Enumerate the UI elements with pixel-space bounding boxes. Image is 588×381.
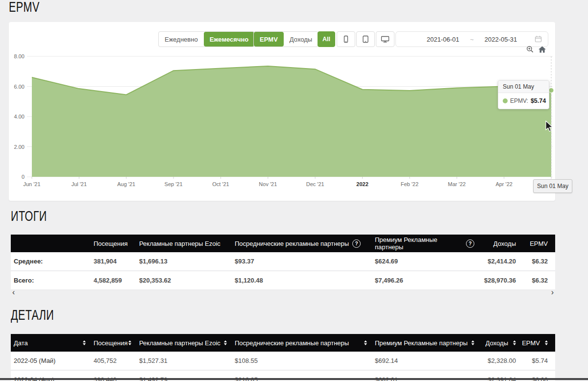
- column-header-label: Премиум Рекламные партнеры: [375, 236, 463, 251]
- chart-card: Ежедневно Ежемесячно EPMV Доходы All: [9, 22, 555, 201]
- svg-text:8.00: 8.00: [14, 53, 24, 59]
- frequency-daily-button[interactable]: Ежедневно: [159, 32, 204, 47]
- cell-value: $93.37: [235, 258, 375, 265]
- column-header[interactable]: Дата: [14, 334, 94, 352]
- device-desktop-button[interactable]: [376, 31, 394, 47]
- zoom-in-icon[interactable]: [526, 46, 534, 55]
- column-header-label: Рекламные партнеры Ezoic: [139, 339, 220, 347]
- svg-text:Feb '22: Feb '22: [401, 181, 418, 187]
- column-header-label: Дата: [14, 339, 28, 347]
- tooltip-date: Sun 01 May: [498, 81, 549, 93]
- epmv-chart[interactable]: 8.006.004.002.000Jun '21Jul '21Aug '21Se…: [9, 22, 555, 201]
- help-icon[interactable]: ?: [466, 239, 474, 248]
- chart-tools: [526, 46, 546, 55]
- details-row: 2022-05 (Май)405,752$1,527.31$108.55$692…: [11, 352, 555, 371]
- column-header: [14, 235, 94, 252]
- column-header-label: EPMV: [522, 339, 540, 347]
- device-all-button[interactable]: All: [318, 31, 335, 47]
- svg-text:Dec '21: Dec '21: [306, 181, 324, 187]
- metric-earnings-button[interactable]: Доходы: [284, 32, 318, 47]
- cell-value: $6.32: [519, 258, 551, 265]
- help-icon[interactable]: ?: [352, 239, 361, 248]
- svg-text:Jun '21: Jun '21: [23, 181, 40, 187]
- svg-text:0: 0: [22, 174, 24, 180]
- svg-text:Aug '21: Aug '21: [117, 181, 135, 187]
- svg-text:4.00: 4.00: [14, 114, 24, 119]
- scroll-left-icon[interactable]: ‹: [11, 289, 16, 296]
- column-header[interactable]: Посещения: [94, 334, 139, 352]
- svg-text:2022: 2022: [356, 181, 368, 187]
- details-table: ДатаПосещенияРекламные партнеры EzoicПос…: [11, 334, 555, 381]
- date-range-picker[interactable]: 2021-06-01 ~ 2022-05-31: [395, 31, 548, 47]
- column-header-label: Посреднические рекламные партнеры: [235, 339, 349, 347]
- totals-scrollbar: ‹ ›: [11, 288, 555, 297]
- column-header[interactable]: EPMV: [519, 334, 551, 352]
- totals-row: Среднее:381,904$1,696.13$93.37$624.69$2,…: [11, 252, 555, 271]
- cell-value: 4,582,859: [94, 277, 139, 284]
- column-header: Посещения: [94, 235, 139, 252]
- column-header-label: Премиум Рекламные партнеры: [375, 339, 467, 347]
- sort-icon[interactable]: [128, 340, 131, 345]
- date-to[interactable]: 2022-05-31: [485, 36, 517, 43]
- row-label: 2022-05 (Май): [14, 357, 94, 364]
- frequency-monthly-button[interactable]: Ежемесячно: [204, 32, 255, 47]
- column-header-label: Доходы: [486, 339, 508, 347]
- details-heading: ДЕТАЛИ: [11, 307, 54, 323]
- cell-value: $28,970.36: [482, 277, 519, 284]
- sort-icon[interactable]: [224, 340, 227, 345]
- metric-epmv-button[interactable]: EPMV: [254, 32, 284, 47]
- column-header[interactable]: Премиум Рекламные партнеры: [375, 334, 482, 352]
- column-header-label: Доходы: [493, 240, 516, 247]
- column-header-label: Рекламные партнеры Ezoic: [139, 240, 220, 247]
- sort-icon[interactable]: [83, 340, 86, 345]
- device-mobile-button[interactable]: [337, 31, 355, 47]
- cell-value: 405,752: [94, 357, 139, 364]
- cell-value: 381,904: [94, 258, 139, 265]
- tooltip-series-label: EPMV:: [510, 97, 528, 104]
- column-header[interactable]: Рекламные партнеры Ezoic: [139, 334, 235, 352]
- cell-value: $1,120.48: [235, 277, 375, 284]
- window-bottom-edge: [0, 378, 588, 380]
- cell-value: $624.69: [375, 258, 482, 265]
- svg-text:2.00: 2.00: [14, 144, 24, 150]
- desktop-icon: [381, 35, 390, 43]
- series-marker-dot: [503, 98, 508, 103]
- sort-icon[interactable]: [471, 340, 474, 345]
- column-header: Посреднические рекламные партнеры?: [235, 235, 375, 252]
- tooltip-value: $5.74: [531, 97, 546, 104]
- svg-text:Apr '22: Apr '22: [495, 181, 513, 187]
- sort-icon[interactable]: [364, 340, 367, 345]
- scroll-right-icon[interactable]: ›: [550, 289, 555, 296]
- column-header-label: EPMV: [530, 240, 548, 247]
- home-icon[interactable]: [538, 46, 546, 55]
- cell-value: $1,696.13: [139, 258, 235, 265]
- row-label: Среднее:: [14, 258, 94, 265]
- cell-value: $2,328.00: [482, 357, 519, 364]
- date-separator: ~: [470, 36, 474, 43]
- column-header: EPMV: [519, 235, 551, 252]
- cell-value: $7,496.26: [375, 277, 482, 284]
- sort-icon[interactable]: [545, 340, 548, 345]
- svg-text:Jul '21: Jul '21: [72, 181, 87, 187]
- column-header: Премиум Рекламные партнеры?: [375, 235, 482, 252]
- cell-value: $1,527.31: [139, 357, 235, 364]
- row-label: Всего:: [14, 277, 94, 284]
- column-header[interactable]: Посреднические рекламные партнеры: [235, 334, 375, 352]
- column-header[interactable]: Доходы: [482, 334, 519, 352]
- column-header: Доходы: [482, 235, 519, 252]
- svg-text:Nov '21: Nov '21: [259, 181, 277, 187]
- column-header-label: Посещения: [94, 339, 128, 347]
- sort-icon[interactable]: [513, 340, 516, 345]
- svg-text:Oct '21: Oct '21: [212, 181, 229, 187]
- date-from[interactable]: 2021-06-01: [427, 36, 460, 43]
- calendar-icon[interactable]: [535, 35, 542, 44]
- cell-value: $692.14: [375, 357, 482, 364]
- device-tablet-button[interactable]: [356, 31, 375, 47]
- crosshair-axis-label: Sun 01 May: [533, 179, 572, 193]
- totals-heading: ИТОГИ: [11, 208, 47, 224]
- cell-value: $6.32: [519, 277, 551, 284]
- frequency-toggle: Ежедневно Ежемесячно: [158, 31, 255, 47]
- metric-toggle: EPMV Доходы: [253, 31, 318, 47]
- chart-tooltip: Sun 01 May EPMV: $5.74: [498, 80, 549, 109]
- analytics-page: EPMV Ежедневно Ежемесячно EPMV Доходы Al…: [0, 0, 588, 381]
